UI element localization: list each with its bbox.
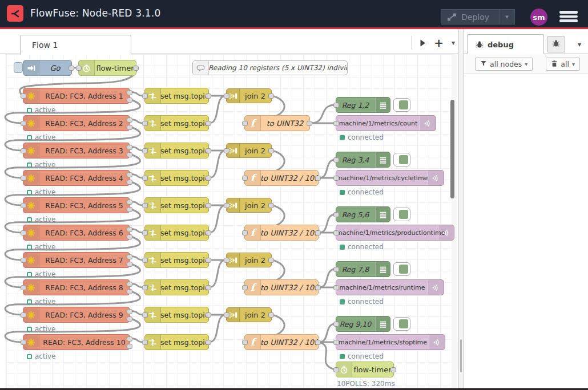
output-port[interactable] [315, 285, 321, 290]
separator-handle[interactable] [460, 339, 462, 372]
input-port[interactable] [21, 285, 26, 290]
input-port[interactable] [242, 121, 248, 126]
node-join-4[interactable]: join 2 [226, 253, 272, 267]
output-port-2[interactable] [127, 152, 132, 157]
node-change-3[interactable]: set msg.topic [144, 143, 209, 159]
input-port[interactable] [242, 285, 248, 290]
node-read-7[interactable]: READ: FC3, Address 7 [23, 252, 130, 268]
node-read-8[interactable]: READ: FC3, Address 8 [23, 279, 130, 295]
debug-enable-toggle[interactable] [393, 153, 410, 166]
output-port[interactable] [206, 148, 211, 153]
debug-clear-button[interactable]: all ▾ [546, 58, 580, 71]
input-port[interactable] [333, 267, 339, 272]
input-port[interactable] [21, 340, 26, 345]
node-change-1[interactable]: set msg.topic [144, 88, 209, 104]
output-port[interactable] [268, 94, 274, 99]
node-read-1[interactable]: READ: FC3, Address 1 [23, 88, 130, 104]
input-port[interactable] [242, 176, 248, 181]
output-port-2[interactable] [127, 98, 132, 103]
node-change-7[interactable]: set msg.topic [144, 252, 209, 268]
input-port[interactable] [142, 340, 148, 345]
tab-flow-1[interactable]: Flow 1 [20, 35, 131, 55]
node-func-1[interactable]: fto UINT32 [244, 115, 310, 131]
output-port[interactable] [307, 121, 312, 126]
tab-debug[interactable]: debug [467, 34, 544, 55]
user-avatar[interactable]: sm [530, 9, 547, 26]
node-join-5[interactable]: join 2 [226, 307, 272, 322]
input-port[interactable] [333, 230, 339, 235]
input-port[interactable] [21, 258, 26, 263]
node-debug-4[interactable]: Reg 7,8 [336, 261, 390, 277]
input-port[interactable] [224, 94, 229, 99]
input-port[interactable] [21, 148, 26, 153]
input-port[interactable] [333, 367, 339, 372]
input-port[interactable] [21, 94, 26, 99]
input-port[interactable] [242, 340, 248, 345]
output-port[interactable] [69, 66, 74, 71]
node-change-5[interactable]: set msg.topic [144, 197, 209, 213]
output-port-2[interactable] [127, 180, 132, 185]
debug-enable-toggle[interactable] [393, 208, 410, 221]
output-port-2[interactable] [127, 316, 132, 322]
deploy-button[interactable]: Deploy ▾ [441, 9, 515, 25]
inject-button[interactable] [14, 62, 23, 73]
node-read-9[interactable]: READ: FC3, Address 9 [23, 307, 130, 323]
node-read-6[interactable]: READ: FC3, Address 6 [23, 225, 130, 241]
debug-filter-button[interactable]: all nodes ▾ [475, 58, 533, 71]
input-port[interactable] [333, 212, 339, 217]
main-menu-button[interactable] [559, 11, 578, 24]
input-port[interactable] [333, 285, 339, 290]
output-port[interactable] [268, 148, 274, 153]
node-change-10[interactable]: set msg.topic [144, 334, 209, 350]
debug-enable-toggle[interactable] [393, 317, 410, 331]
output-port[interactable] [206, 203, 211, 208]
node-ft-top[interactable]: flow-timer [78, 60, 136, 76]
node-read-10[interactable]: READ: FC3, Address 10 [23, 334, 130, 350]
node-join-2[interactable]: join 2 [226, 143, 272, 158]
node-mqtt-5[interactable]: machine/1/metrics/stoptime [336, 334, 445, 350]
output-port[interactable] [268, 312, 274, 318]
node-inject-go[interactable]: Go [23, 60, 72, 76]
input-port[interactable] [142, 94, 148, 99]
input-port[interactable] [142, 312, 148, 318]
node-mqtt-4[interactable]: machine/1/metrics/runtime [336, 279, 444, 295]
node-debug-3[interactable]: Reg 5,6 [336, 206, 390, 222]
list-flows-icon[interactable] [420, 39, 426, 47]
output-port[interactable] [206, 258, 211, 263]
node-debug-1[interactable]: Reg 1,2 [336, 97, 390, 113]
output-port[interactable] [133, 66, 139, 71]
output-port-2[interactable] [127, 234, 132, 239]
input-port[interactable] [21, 230, 26, 235]
output-port[interactable] [206, 312, 211, 318]
input-port[interactable] [333, 176, 339, 181]
input-port[interactable] [142, 258, 148, 263]
output-port[interactable] [268, 258, 274, 263]
node-mqtt-3[interactable]: machine/1/metrics/productiontime [336, 225, 454, 241]
output-port[interactable] [206, 230, 211, 235]
node-read-5[interactable]: READ: FC3, Address 5 [23, 197, 130, 213]
node-debug-5[interactable]: Reg 9,10 [336, 316, 390, 332]
output-port[interactable] [206, 176, 211, 181]
output-port[interactable] [206, 94, 211, 99]
input-port[interactable] [224, 148, 229, 153]
input-port[interactable] [333, 103, 339, 108]
node-read-4[interactable]: READ: FC3, Address 4 [23, 170, 130, 186]
node-func-4[interactable]: fto UINT32 / 100 [244, 279, 319, 295]
output-port[interactable] [315, 176, 321, 181]
output-port-1[interactable] [127, 90, 132, 95]
debug-enable-toggle[interactable] [393, 262, 410, 276]
node-change-9[interactable]: set msg.topic [144, 307, 209, 323]
input-port[interactable] [224, 258, 229, 263]
input-port[interactable] [333, 322, 339, 327]
sidebar-options-caret[interactable]: ▾ [578, 40, 581, 48]
node-ft-bottom[interactable]: flow-timer [336, 361, 394, 377]
output-port[interactable] [206, 121, 211, 126]
node-join-3[interactable]: join 2 [226, 198, 272, 213]
input-port[interactable] [21, 203, 26, 208]
output-port[interactable] [268, 203, 274, 208]
node-read-3[interactable]: READ: FC3, Address 3 [23, 143, 130, 159]
input-port[interactable] [333, 121, 339, 126]
output-port[interactable] [315, 340, 321, 345]
add-flow-button[interactable]: + [434, 37, 444, 48]
output-port-1[interactable] [127, 282, 132, 287]
